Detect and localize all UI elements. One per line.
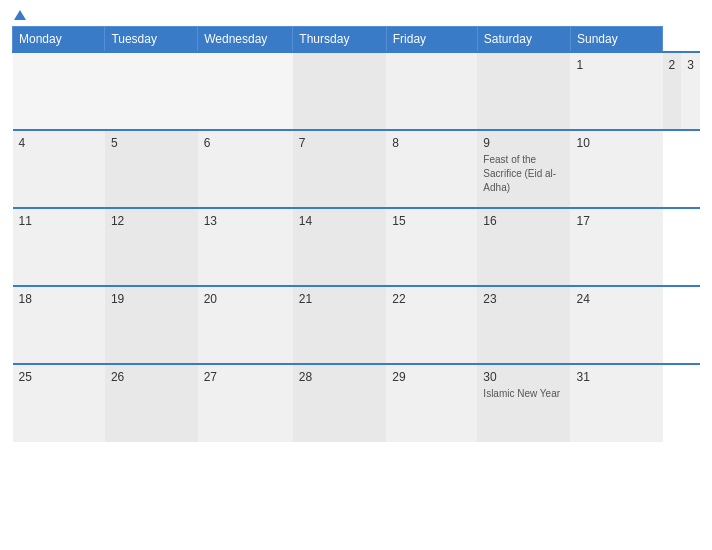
calendar-cell: 4: [13, 130, 105, 208]
calendar-cell: 3: [681, 52, 700, 130]
calendar-cell: 9Feast of the Sacrifice (Eid al-Adha): [477, 130, 570, 208]
day-number: 26: [111, 370, 192, 384]
calendar-cell: 27: [198, 364, 293, 442]
calendar-cell: 17: [570, 208, 662, 286]
calendar-cell: 29: [386, 364, 477, 442]
calendar-cell: 10: [570, 130, 662, 208]
event-text: Islamic New Year: [483, 388, 560, 399]
calendar-week-row: 123: [13, 52, 701, 130]
day-number: 16: [483, 214, 564, 228]
day-number: 31: [576, 370, 656, 384]
calendar-cell: [386, 52, 477, 130]
day-number: 7: [299, 136, 380, 150]
calendar-cell: 15: [386, 208, 477, 286]
calendar-page: MondayTuesdayWednesdayThursdayFridaySatu…: [0, 0, 712, 550]
calendar-cell: 12: [105, 208, 198, 286]
calendar-cell: 1: [570, 52, 662, 130]
day-number: 28: [299, 370, 380, 384]
day-number: 20: [204, 292, 287, 306]
weekday-header-tuesday: Tuesday: [105, 27, 198, 53]
calendar-cell-empty: [13, 52, 105, 130]
weekday-header-saturday: Saturday: [477, 27, 570, 53]
day-number: 8: [392, 136, 471, 150]
calendar-cell: 14: [293, 208, 386, 286]
day-number: 5: [111, 136, 192, 150]
day-number: 18: [19, 292, 99, 306]
day-number: 3: [687, 58, 694, 72]
header: [12, 10, 700, 20]
day-number: 12: [111, 214, 192, 228]
calendar-cell: 7: [293, 130, 386, 208]
logo: [12, 10, 26, 20]
calendar-cell: 23: [477, 286, 570, 364]
calendar-cell: 18: [13, 286, 105, 364]
day-number: 9: [483, 136, 564, 150]
day-number: 29: [392, 370, 471, 384]
calendar-cell: 30Islamic New Year: [477, 364, 570, 442]
calendar-cell: 2: [663, 52, 682, 130]
calendar-cell: 26: [105, 364, 198, 442]
day-number: 11: [19, 214, 99, 228]
calendar-cell-empty: [198, 52, 293, 130]
calendar-cell: 20: [198, 286, 293, 364]
day-number: 24: [576, 292, 656, 306]
calendar-cell: 16: [477, 208, 570, 286]
day-number: 23: [483, 292, 564, 306]
day-number: 4: [19, 136, 99, 150]
calendar-cell: 21: [293, 286, 386, 364]
day-number: 22: [392, 292, 471, 306]
calendar-cell: 19: [105, 286, 198, 364]
day-number: 19: [111, 292, 192, 306]
day-number: 6: [204, 136, 287, 150]
calendar-cell: 28: [293, 364, 386, 442]
event-text: Feast of the Sacrifice (Eid al-Adha): [483, 154, 556, 193]
calendar-cell: 5: [105, 130, 198, 208]
day-number: 25: [19, 370, 99, 384]
calendar-cell: 24: [570, 286, 662, 364]
calendar-cell: 13: [198, 208, 293, 286]
calendar-cell: [477, 52, 570, 130]
day-number: 27: [204, 370, 287, 384]
calendar-cell: 11: [13, 208, 105, 286]
weekday-header-thursday: Thursday: [293, 27, 386, 53]
weekday-header-monday: Monday: [13, 27, 105, 53]
day-number: 2: [669, 58, 676, 72]
calendar-cell: 31: [570, 364, 662, 442]
weekday-header-wednesday: Wednesday: [198, 27, 293, 53]
day-number: 13: [204, 214, 287, 228]
weekday-header-row: MondayTuesdayWednesdayThursdayFridaySatu…: [13, 27, 701, 53]
calendar-cell-empty: [105, 52, 198, 130]
calendar-cell: 8: [386, 130, 477, 208]
calendar-week-row: 456789Feast of the Sacrifice (Eid al-Adh…: [13, 130, 701, 208]
day-number: 15: [392, 214, 471, 228]
calendar-cell: 22: [386, 286, 477, 364]
logo-triangle-icon: [14, 10, 26, 20]
calendar-week-row: 18192021222324: [13, 286, 701, 364]
calendar-cell: 6: [198, 130, 293, 208]
calendar-cell: 25: [13, 364, 105, 442]
calendar-week-row: 11121314151617: [13, 208, 701, 286]
day-number: 30: [483, 370, 564, 384]
day-number: 1: [576, 58, 656, 72]
weekday-header-sunday: Sunday: [570, 27, 662, 53]
calendar-week-row: 252627282930Islamic New Year31: [13, 364, 701, 442]
logo-blue-text: [12, 10, 26, 20]
day-number: 21: [299, 292, 380, 306]
day-number: 17: [576, 214, 656, 228]
calendar-table: MondayTuesdayWednesdayThursdayFridaySatu…: [12, 26, 700, 442]
day-number: 10: [576, 136, 656, 150]
weekday-header-friday: Friday: [386, 27, 477, 53]
day-number: 14: [299, 214, 380, 228]
calendar-cell: [293, 52, 386, 130]
